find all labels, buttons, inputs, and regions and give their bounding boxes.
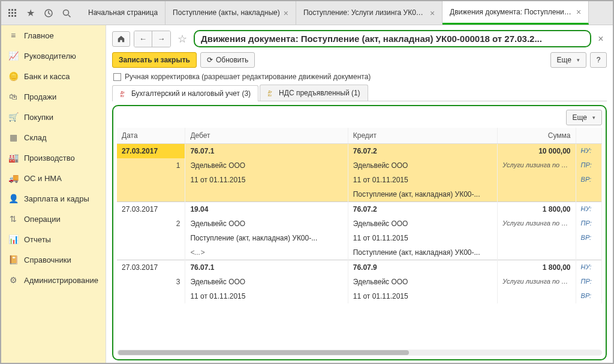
table-row[interactable]: 3Эдельвейс ОООЭдельвейс ОООУслуги лизинг… (117, 275, 602, 289)
sidebar-label: Продажи (24, 92, 56, 101)
sidebar-item-7[interactable]: 🚚ОС и НМА (1, 168, 106, 188)
subtab-icon: ДтКт (267, 89, 276, 97)
cell-date: 1 (117, 158, 185, 173)
table-row[interactable]: Поступление (акт, накладная) УК00-... (117, 187, 602, 202)
h-scrollbar-thumb[interactable] (118, 350, 409, 355)
tab-label: Начальная страница (88, 8, 158, 17)
tab-close-icon[interactable]: × (284, 8, 288, 18)
table-row[interactable]: 1Эдельвейс ОООЭдельвейс ОООУслуги лизинг… (117, 158, 602, 173)
cell-flag (576, 187, 601, 202)
sidebar-label: Склад (24, 133, 47, 142)
sidebar-icon: 📔 (8, 255, 18, 264)
sidebar-item-1[interactable]: 📈Руководителю (1, 46, 106, 66)
topbar-icon-group: ★ (1, 1, 78, 25)
svg-rect-1 (11, 9, 13, 11)
titlebar: ← → ☆ Движения документа: Поступление (а… (112, 30, 607, 47)
history-icon[interactable] (40, 5, 57, 22)
sidebar-item-12[interactable]: ⚙Администрирование (1, 270, 106, 290)
table-row[interactable]: 27.03.201776.07.176.07.210 000,00НУ: (117, 144, 602, 159)
cell-flag: ПР: (576, 275, 601, 289)
tab-close-icon[interactable]: × (576, 7, 581, 17)
sidebar-icon: ⚙ (8, 275, 18, 285)
sidebar-item-2[interactable]: 🪙Банк и касса (1, 66, 106, 86)
sidebar-icon: ≡ (8, 31, 18, 40)
subtab-1[interactable]: ДтКтНДС предъявленный (1) (260, 85, 368, 101)
sidebar-label: Главное (24, 31, 54, 40)
sidebar-item-3[interactable]: 🛍Продажи (1, 86, 106, 107)
close-content-button[interactable]: × (595, 34, 607, 44)
cell-date (117, 187, 185, 202)
subtab-0[interactable]: ДтКтБухгалтерский и налоговый учет (3) (112, 85, 258, 101)
sidebar: ≡Главное📈Руководителю🪙Банк и касса🛍Прода… (1, 25, 106, 363)
manual-edit-row: Ручная корректировка (разрешает редактир… (112, 73, 607, 81)
sidebar-item-4[interactable]: 🛒Покупки (1, 107, 106, 127)
home-button[interactable] (112, 31, 130, 47)
cell-flag: НУ: (576, 144, 601, 159)
back-button[interactable]: ← (134, 31, 152, 47)
tab-1[interactable]: Поступление (акты, накладные)× (165, 1, 296, 25)
favorite-button[interactable]: ☆ (174, 31, 190, 47)
cell-sum (498, 245, 576, 260)
cell-date (117, 173, 185, 187)
page-title: Движения документа: Поступление (акт, на… (194, 30, 591, 47)
col-sum[interactable]: Сумма (498, 128, 576, 144)
save-close-button[interactable]: Записать и закрыть (112, 52, 197, 68)
help-button[interactable]: ? (590, 52, 607, 68)
nav-history-group: ← → (134, 31, 171, 47)
cell-credit: 11 от 01.11.2015 (348, 173, 498, 187)
cell-debit (185, 187, 348, 202)
search-icon[interactable] (58, 5, 75, 22)
svg-rect-5 (14, 12, 16, 14)
sidebar-item-6[interactable]: 🏭Производство (1, 148, 106, 168)
table-row[interactable]: 2Эдельвейс ОООЭдельвейс ОООУслуги лизинг… (117, 216, 602, 231)
forward-button[interactable]: → (152, 31, 170, 47)
cell-debit: 76.07.1 (185, 144, 348, 159)
movements-table: Дата Дебет Кредит Сумма 27.03.201776.07.… (117, 128, 602, 303)
sidebar-label: Операции (24, 215, 61, 224)
cell-flag: ВР: (576, 231, 601, 245)
sidebar-icon: 📊 (8, 234, 18, 244)
cell-sum: 1 800,00 (498, 202, 576, 217)
cell-credit: Эдельвейс ООО (348, 158, 498, 173)
sidebar-label: Справочники (24, 255, 71, 264)
col-credit[interactable]: Кредит (348, 128, 498, 144)
refresh-button[interactable]: ⟳ Обновить (200, 52, 255, 68)
subtabs: ДтКтБухгалтерский и налоговый учет (3)Дт… (112, 85, 607, 101)
topbar: ★ Начальная страницаПоступление (акты, н… (1, 1, 613, 25)
tab-label: Поступление: Услуги лизинга УК00-000018 … (303, 8, 426, 17)
sidebar-item-8[interactable]: 👤Зарплата и кадры (1, 188, 106, 209)
sidebar-item-0[interactable]: ≡Главное (1, 25, 106, 46)
actionbar: Записать и закрыть ⟳ Обновить Еще ? (112, 52, 607, 68)
sidebar-icon: 🛍 (8, 92, 18, 101)
svg-rect-0 (8, 9, 10, 11)
h-scrollbar[interactable] (117, 350, 602, 356)
cell-sum: Услуги лизинга по вх.д. 23 от 27.03.2017 (498, 158, 576, 187)
table-row[interactable]: 27.03.201776.07.176.07.91 800,00НУ: (117, 260, 602, 275)
cell-flag: НУ: (576, 260, 601, 275)
table-more-button[interactable]: Еще (566, 110, 602, 125)
table-row[interactable]: <...>Поступление (акт, накладная) УК00-.… (117, 245, 602, 260)
cell-credit: 11 от 01.11.2015 (348, 231, 498, 245)
cell-date: 3 (117, 275, 185, 289)
cell-sum: 10 000,00 (498, 144, 576, 159)
subtab-icon: ДтКт (120, 89, 128, 98)
tab-close-icon[interactable]: × (430, 8, 435, 18)
cell-credit: 76.07.2 (348, 202, 498, 217)
table-row[interactable]: 27.03.201719.0476.07.21 800,00НУ: (117, 202, 602, 217)
cell-flag: НУ: (576, 202, 601, 217)
sidebar-item-9[interactable]: ⇅Операции (1, 209, 106, 229)
cell-flag: ПР: (576, 216, 601, 231)
sidebar-item-11[interactable]: 📔Справочники (1, 249, 106, 270)
more-button[interactable]: Еще (550, 52, 586, 68)
star-icon[interactable]: ★ (22, 5, 39, 22)
apps-icon[interactable] (4, 5, 21, 22)
tab-0[interactable]: Начальная страница (81, 1, 165, 25)
manual-edit-checkbox[interactable] (113, 73, 121, 81)
tab-3[interactable]: Движения документа: Поступление (акт, на… (443, 1, 589, 25)
sidebar-item-5[interactable]: ▦Склад (1, 127, 106, 148)
tab-2[interactable]: Поступление: Услуги лизинга УК00-000018 … (296, 1, 443, 25)
col-date[interactable]: Дата (117, 128, 185, 144)
col-debit[interactable]: Дебет (185, 128, 348, 144)
sidebar-item-10[interactable]: 📊Отчеты (1, 229, 106, 249)
svg-rect-6 (8, 15, 10, 17)
